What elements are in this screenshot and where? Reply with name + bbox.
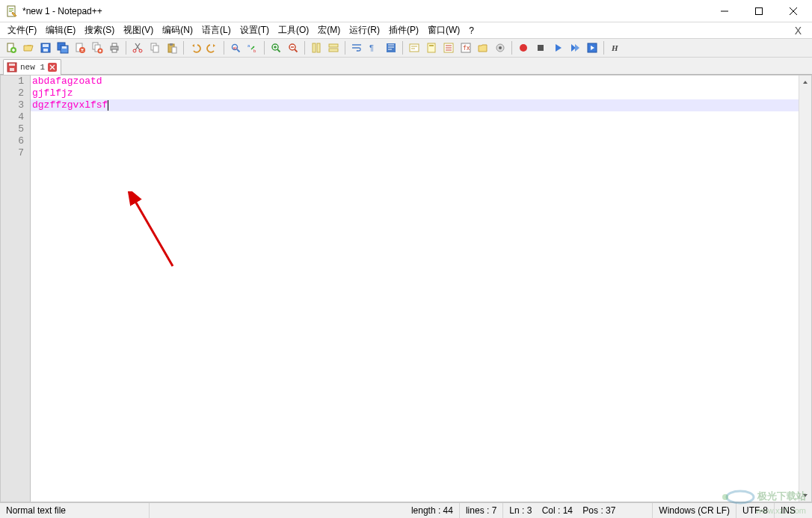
close-file-button[interactable]: [72, 40, 88, 56]
func-list-button[interactable]: fx: [458, 40, 474, 56]
svg-text:fx: fx: [463, 45, 470, 52]
scroll-down-arrow[interactable]: [799, 489, 811, 502]
menu-edit[interactable]: 编辑(E): [41, 22, 80, 38]
svg-rect-19: [112, 43, 117, 46]
menubar-close-x[interactable]: X: [787, 25, 809, 37]
user-lang-button[interactable]: [406, 40, 422, 56]
code-text: dgzffzgvxlfsf: [32, 99, 108, 111]
code-area[interactable]: abdafagzoatd gjflfjz dgzffzgvxlfsf: [31, 75, 811, 502]
svg-rect-9: [43, 49, 48, 52]
redo-button[interactable]: [204, 40, 221, 56]
line-number: 3: [1, 99, 24, 111]
menu-settings[interactable]: 设置(T): [236, 22, 274, 38]
menu-tools[interactable]: 工具(O): [274, 22, 313, 38]
record-macro-button[interactable]: [515, 40, 532, 56]
hide-lines-button[interactable]: H: [607, 40, 624, 56]
play-multi-button[interactable]: [567, 40, 583, 56]
replace-button[interactable]: ab: [244, 40, 261, 56]
svg-point-48: [520, 44, 527, 52]
play-macro-button[interactable]: [550, 40, 566, 56]
svg-rect-12: [62, 46, 67, 49]
app-icon: [6, 5, 18, 17]
folder-workspace-button[interactable]: [475, 40, 491, 56]
copy-button[interactable]: [147, 40, 163, 56]
print-button[interactable]: [106, 40, 123, 56]
paste-button[interactable]: [164, 40, 180, 56]
minimize-button[interactable]: [707, 0, 742, 22]
sync-hscroll-button[interactable]: [325, 40, 342, 56]
close-all-button[interactable]: [89, 40, 105, 56]
stop-macro-button[interactable]: [532, 40, 549, 56]
menu-search[interactable]: 搜索(S): [80, 22, 119, 38]
new-file-button[interactable]: [3, 40, 19, 56]
menu-bar: 文件(F) 编辑(E) 搜索(S) 视图(V) 编码(N) 语言(L) 设置(T…: [0, 22, 812, 38]
svg-line-55: [134, 199, 173, 266]
tab-bar: new 1: [0, 58, 812, 75]
wordwrap-button[interactable]: [348, 40, 365, 56]
sync-vscroll-button[interactable]: [308, 40, 325, 56]
line-number: 6: [1, 135, 24, 147]
svg-point-47: [499, 46, 502, 49]
doc-list-button[interactable]: [440, 40, 457, 56]
zoom-in-button[interactable]: [268, 40, 284, 56]
window-title: *new 1 - Notepad++: [22, 6, 707, 16]
tab-label: new 1: [20, 63, 45, 72]
toolbar-separator: [183, 41, 184, 55]
line-number: 7: [1, 147, 24, 159]
tab-close-button[interactable]: [48, 63, 57, 72]
menu-run[interactable]: 运行(R): [345, 22, 384, 38]
svg-rect-40: [410, 44, 419, 52]
show-all-chars-button[interactable]: ¶: [366, 40, 382, 56]
annotation-arrow: [120, 191, 188, 274]
save-macro-button[interactable]: [584, 40, 600, 56]
save-all-button[interactable]: [55, 40, 71, 56]
line-number-gutter: 1 2 3 4 5 6 7: [1, 75, 31, 502]
cut-button[interactable]: [129, 40, 146, 56]
open-file-button[interactable]: [20, 40, 37, 56]
menu-encoding[interactable]: 编码(N): [158, 22, 197, 38]
menu-view[interactable]: 视图(V): [119, 22, 158, 38]
menu-help[interactable]: ?: [464, 24, 479, 37]
menu-window[interactable]: 窗口(W): [423, 22, 464, 38]
scroll-track[interactable]: [799, 88, 811, 489]
vertical-scrollbar[interactable]: [799, 75, 811, 502]
svg-text:¶: ¶: [369, 43, 374, 52]
svg-rect-41: [428, 43, 435, 52]
close-button[interactable]: [776, 0, 811, 22]
tab-new-1[interactable]: new 1: [3, 59, 61, 75]
svg-rect-2: [9, 10, 13, 10]
menu-language[interactable]: 语言(L): [197, 22, 236, 38]
svg-rect-4: [756, 7, 763, 14]
svg-rect-37: [329, 49, 338, 52]
svg-rect-26: [170, 43, 173, 46]
status-eol: Windows (CR LF): [653, 503, 736, 518]
toolbar-separator: [603, 41, 604, 55]
toolbar: ab ab ¶ fx H: [0, 38, 812, 58]
svg-rect-34: [313, 43, 316, 52]
svg-rect-35: [317, 43, 320, 52]
svg-rect-8: [43, 44, 49, 47]
scroll-up-arrow[interactable]: [799, 75, 811, 88]
menu-macro[interactable]: 宏(M): [313, 22, 345, 38]
svg-rect-1: [9, 8, 13, 9]
toolbar-separator: [304, 41, 305, 55]
find-button[interactable]: ab: [227, 40, 244, 56]
maximize-button[interactable]: [742, 0, 776, 22]
toolbar-separator: [224, 41, 224, 55]
svg-text:ab: ab: [233, 46, 238, 50]
zoom-out-button[interactable]: [285, 40, 301, 56]
doc-map-button[interactable]: [423, 40, 440, 56]
menu-file[interactable]: 文件(F): [3, 22, 41, 38]
monitor-button[interactable]: [492, 40, 508, 56]
indent-guide-button[interactable]: [383, 40, 399, 56]
undo-button[interactable]: [187, 40, 203, 56]
editor[interactable]: 1 2 3 4 5 6 7 abdafagzoatd gjflfjz dgzff…: [0, 75, 812, 502]
line-number: 4: [1, 111, 24, 123]
save-button[interactable]: [37, 40, 54, 56]
toolbar-separator: [264, 41, 265, 55]
line-number: 1: [1, 75, 24, 87]
toolbar-separator: [511, 41, 512, 55]
text-caret: [108, 100, 108, 111]
menu-plugins[interactable]: 插件(P): [384, 22, 423, 38]
svg-rect-24: [153, 46, 159, 52]
